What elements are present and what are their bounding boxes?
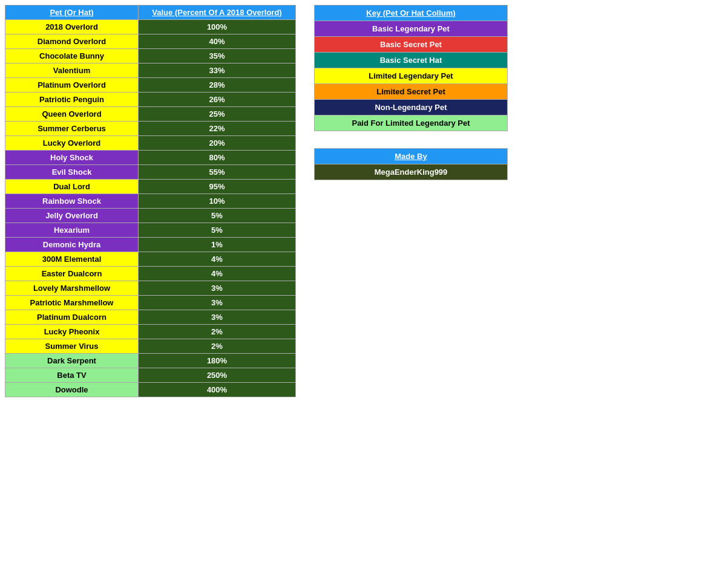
- value-cell: 33%: [139, 63, 296, 78]
- table-row: Dual Lord95%: [5, 180, 296, 194]
- table-row: Summer Cerberus22%: [5, 122, 296, 136]
- pet-cell: Platinum Overlord: [5, 78, 139, 93]
- table-row: Platinum Dualcorn3%: [5, 310, 296, 325]
- key-label: Non-Legendary Pet: [315, 100, 508, 115]
- table-row: Dark Serpent180%: [5, 354, 296, 368]
- value-cell: 250%: [139, 368, 296, 383]
- pet-cell: Patriotic Penguin: [5, 93, 139, 107]
- key-row: Limited Secret Pet: [315, 84, 508, 100]
- value-cell: 10%: [139, 194, 296, 209]
- key-label: Basic Legendary Pet: [315, 21, 508, 37]
- pet-cell: Diamond Overlord: [5, 34, 139, 49]
- pet-cell: Chocolate Bunny: [5, 49, 139, 63]
- col-val-header: Value (Percent Of A 2018 Overlord): [139, 5, 296, 20]
- value-cell: 4%: [139, 252, 296, 267]
- value-cell: 5%: [139, 209, 296, 223]
- table-row: Dowodle400%: [5, 383, 296, 397]
- value-cell: 1%: [139, 238, 296, 252]
- value-cell: 4%: [139, 267, 296, 281]
- pet-cell: Hexarium: [5, 223, 139, 238]
- value-cell: 25%: [139, 107, 296, 122]
- pet-cell: Rainbow Shock: [5, 194, 139, 209]
- table-row: Diamond Overlord40%: [5, 34, 296, 49]
- key-label: Limited Legendary Pet: [315, 68, 508, 84]
- key-row: Non-Legendary Pet: [315, 100, 508, 115]
- table-row: 300M Elemental4%: [5, 252, 296, 267]
- table-row: Jelly Overlord5%: [5, 209, 296, 223]
- pet-cell: Summer Cerberus: [5, 122, 139, 136]
- right-panel: Key (Pet Or Hat Collum) Basic Legendary …: [314, 5, 508, 567]
- key-header: Key (Pet Or Hat Collum): [315, 5, 508, 21]
- table-row: Patriotic Marshmellow3%: [5, 296, 296, 310]
- table-row: Hexarium5%: [5, 223, 296, 238]
- table-row: Rainbow Shock10%: [5, 194, 296, 209]
- table-row: 2018 Overlord100%: [5, 20, 296, 34]
- value-cell: 3%: [139, 310, 296, 325]
- pet-cell: Lucky Overlord: [5, 136, 139, 151]
- key-row: Basic Secret Pet: [315, 37, 508, 53]
- pet-cell: Easter Dualcorn: [5, 267, 139, 281]
- made-by-table: Made By MegaEnderKing999: [314, 148, 508, 180]
- value-cell: 20%: [139, 136, 296, 151]
- value-cell: 2%: [139, 325, 296, 339]
- table-row: Valentium33%: [5, 63, 296, 78]
- value-cell: 100%: [139, 20, 296, 34]
- pet-cell: Queen Overlord: [5, 107, 139, 122]
- pet-cell: Lucky Pheonix: [5, 325, 139, 339]
- table-row: Queen Overlord25%: [5, 107, 296, 122]
- value-cell: 80%: [139, 151, 296, 165]
- table-row: Summer Virus2%: [5, 339, 296, 354]
- value-cell: 5%: [139, 223, 296, 238]
- made-by-value: MegaEnderKing999: [315, 164, 508, 180]
- pet-cell: Platinum Dualcorn: [5, 310, 139, 325]
- key-row: Basic Secret Hat: [315, 53, 508, 68]
- pet-cell: Dark Serpent: [5, 354, 139, 368]
- key-table: Key (Pet Or Hat Collum) Basic Legendary …: [314, 5, 508, 131]
- key-row: Limited Legendary Pet: [315, 68, 508, 84]
- table-row: Demonic Hydra1%: [5, 238, 296, 252]
- table-row: Easter Dualcorn4%: [5, 267, 296, 281]
- pet-cell: 300M Elemental: [5, 252, 139, 267]
- key-row: Paid For Limited Legendary Pet: [315, 115, 508, 131]
- value-cell: 28%: [139, 78, 296, 93]
- made-by-header: Made By: [315, 149, 508, 164]
- pet-cell: Patriotic Marshmellow: [5, 296, 139, 310]
- table-row: Platinum Overlord28%: [5, 78, 296, 93]
- pet-cell: 2018 Overlord: [5, 20, 139, 34]
- table-row: Chocolate Bunny35%: [5, 49, 296, 63]
- page-container: Pet (Or Hat) Value (Percent Of A 2018 Ov…: [0, 0, 728, 572]
- value-cell: 3%: [139, 296, 296, 310]
- table-row: Beta TV250%: [5, 368, 296, 383]
- main-table-container: Pet (Or Hat) Value (Percent Of A 2018 Ov…: [5, 5, 296, 567]
- pet-cell: Beta TV: [5, 368, 139, 383]
- key-row: Basic Legendary Pet: [315, 21, 508, 37]
- value-cell: 26%: [139, 93, 296, 107]
- pet-cell: Lovely Marshmellow: [5, 281, 139, 296]
- table-row: Lucky Pheonix2%: [5, 325, 296, 339]
- pet-cell: Summer Virus: [5, 339, 139, 354]
- key-label: Basic Secret Pet: [315, 37, 508, 53]
- value-cell: 2%: [139, 339, 296, 354]
- table-row: Patriotic Penguin26%: [5, 93, 296, 107]
- table-row: Lucky Overlord20%: [5, 136, 296, 151]
- pet-cell: Demonic Hydra: [5, 238, 139, 252]
- value-cell: 40%: [139, 34, 296, 49]
- pet-cell: Valentium: [5, 63, 139, 78]
- pet-cell: Jelly Overlord: [5, 209, 139, 223]
- table-row: Holy Shock80%: [5, 151, 296, 165]
- col-pet-header: Pet (Or Hat): [5, 5, 139, 20]
- value-cell: 95%: [139, 180, 296, 194]
- table-row: Lovely Marshmellow3%: [5, 281, 296, 296]
- table-row: Evil Shock55%: [5, 165, 296, 180]
- pet-cell: Dual Lord: [5, 180, 139, 194]
- value-cell: 22%: [139, 122, 296, 136]
- value-cell: 3%: [139, 281, 296, 296]
- key-label: Basic Secret Hat: [315, 53, 508, 68]
- value-cell: 55%: [139, 165, 296, 180]
- pet-cell: Holy Shock: [5, 151, 139, 165]
- key-label: Limited Secret Pet: [315, 84, 508, 100]
- value-cell: 180%: [139, 354, 296, 368]
- value-cell: 35%: [139, 49, 296, 63]
- value-cell: 400%: [139, 383, 296, 397]
- pet-cell: Dowodle: [5, 383, 139, 397]
